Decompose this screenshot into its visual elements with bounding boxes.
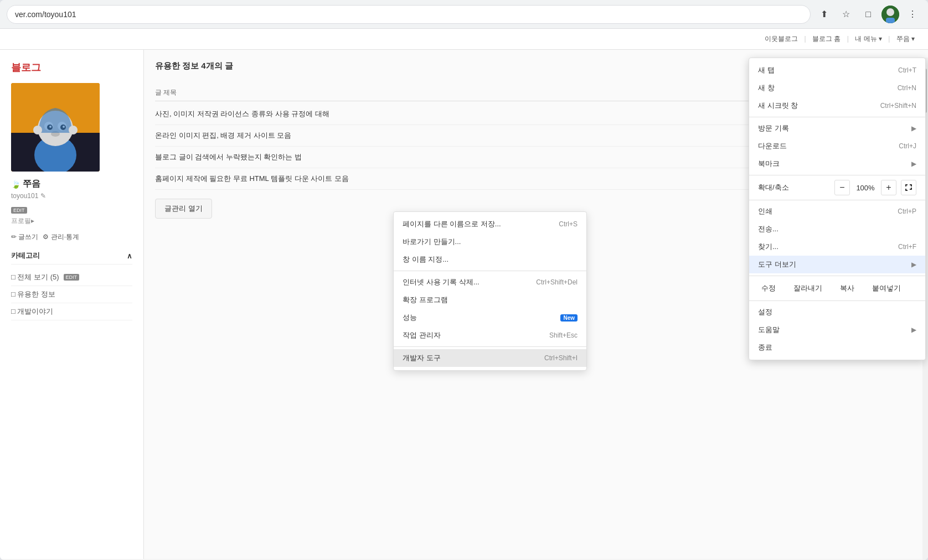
chrome-main-menu: 새 탭 Ctrl+T 새 창 Ctrl+N 새 시크릿 창 Ctrl+Shift… <box>749 58 926 360</box>
menu-devtools[interactable]: 개발자 도구 Ctrl+Shift+I <box>394 349 586 367</box>
incognito-shortcut: Ctrl+Shift+N <box>880 102 916 110</box>
svg-rect-2 <box>886 18 895 23</box>
clear-history-label: 인터넷 사용 기록 삭제... <box>403 277 480 287</box>
new-tab-label: 새 탭 <box>758 65 775 75</box>
user-id-container: toyou101 ✎ <box>11 192 132 200</box>
fullscreen-button[interactable] <box>901 180 916 195</box>
help-arrow: ▶ <box>911 326 916 334</box>
col-header-title: 글 제목 <box>155 88 817 97</box>
url-text: ver.com/toyou101 <box>15 10 76 19</box>
menu-divider-7 <box>749 300 925 301</box>
profile-avatar[interactable] <box>881 6 899 23</box>
menu-new-window[interactable]: 새 창 Ctrl+N <box>749 79 925 97</box>
menu-divider-2 <box>394 346 586 347</box>
user-display-name: 쭈음 <box>23 178 40 190</box>
menu-name-window[interactable]: 창 이름 지정... <box>394 251 586 268</box>
menu-create-shortcut[interactable]: 바로가기 만들기... <box>394 233 586 251</box>
category-header: 카테고리 ∧ <box>11 251 132 265</box>
edit-cut-button[interactable]: 수정 <box>754 281 783 296</box>
cast-label: 전송... <box>758 224 779 234</box>
new-badge: New <box>560 314 578 322</box>
profile-label[interactable]: 프로필▸ <box>11 216 132 226</box>
manage-open-button[interactable]: 글관리 열기 <box>155 199 212 219</box>
paste-button[interactable]: 붙여넣기 <box>864 281 909 296</box>
print-shortcut: Ctrl+P <box>898 208 916 215</box>
extensions-label: 확장 프로그램 <box>403 295 448 305</box>
row-title: 사진, 이미지 저작권 라이선스 종류와 사용 규정에 대해 <box>155 109 817 119</box>
tools-submenu: 페이지를 다른 이름으로 저장... Ctrl+S 바로가기 만들기... 창 … <box>393 211 587 371</box>
zoom-in-button[interactable]: + <box>881 180 896 195</box>
cut-button[interactable]: 잘라내기 <box>786 281 830 296</box>
share-icon[interactable]: ⬆ <box>815 6 833 23</box>
menu-more-tools[interactable]: 도구 더보기 ▶ <box>749 256 925 273</box>
edit-pencil-icon[interactable]: ✎ <box>40 192 46 200</box>
zoom-label: 확대/축소 <box>758 183 830 193</box>
category-arrow[interactable]: ∧ <box>127 252 132 260</box>
more-tools-arrow: ▶ <box>911 261 916 268</box>
menu-help[interactable]: 도움말 ▶ <box>749 321 925 339</box>
user-id-text: toyou101 <box>11 192 38 200</box>
zoom-value: 100% <box>854 184 877 192</box>
menu-performance[interactable]: 성능 New <box>394 309 586 326</box>
downloads-shortcut: Ctrl+J <box>899 142 916 150</box>
page-content: 이웃블로그 | 블로그 홈 | 내 메뉴 ▾ | 쭈음 ▾ 블로그 <box>0 29 928 560</box>
menu-divider-4 <box>749 175 925 175</box>
clear-history-shortcut: Ctrl+Shift+Del <box>536 278 578 286</box>
menu-divider-3 <box>749 117 925 117</box>
profile-illustration <box>11 83 100 172</box>
history-arrow: ▶ <box>911 125 916 132</box>
chrome-menu-button[interactable]: ⋮ <box>904 6 921 23</box>
profile-image <box>11 83 100 172</box>
extensions-icon[interactable]: □ <box>859 6 877 23</box>
nav-neighbor-blog[interactable]: 이웃블로그 <box>765 35 798 43</box>
task-manager-shortcut: Shift+Esc <box>549 331 578 339</box>
edit-badge: EDIT <box>11 207 27 214</box>
row-title: 블로그 글이 검색에서 누락됐는지 확인하는 법 <box>155 152 817 162</box>
create-shortcut-label: 바로가기 만들기... <box>403 237 461 247</box>
settings-label: 설정 <box>758 307 772 317</box>
nav-my-menu[interactable]: 내 메뉴 ▾ <box>855 35 882 43</box>
write-link[interactable]: ✏ 글쓰기 <box>11 232 38 242</box>
leaf-icon: 🍃 <box>11 180 20 189</box>
user-name-container: 🍃 쭈음 <box>11 178 132 190</box>
menu-bookmarks[interactable]: 북마크 ▶ <box>749 155 925 173</box>
menu-clear-history[interactable]: 인터넷 사용 기록 삭제... Ctrl+Shift+Del <box>394 273 586 291</box>
devtools-label: 개발자 도구 <box>403 353 441 363</box>
menu-downloads[interactable]: 다운로드 Ctrl+J <box>749 137 925 155</box>
address-bar[interactable]: ver.com/toyou101 <box>7 5 811 24</box>
save-page-shortcut: Ctrl+S <box>559 220 578 228</box>
category-dev[interactable]: □ 개발이야기 <box>11 303 132 320</box>
browser-icons: ⬆ ☆ □ ⋮ <box>815 6 921 23</box>
menu-exit[interactable]: 종료 <box>749 339 925 356</box>
category-title: 카테고리 <box>11 251 40 261</box>
category-all[interactable]: □ 전체 보기 (5) EDIT <box>11 269 132 286</box>
menu-task-manager[interactable]: 작업 관리자 Shift+Esc <box>394 326 586 344</box>
copy-button[interactable]: 복사 <box>832 281 862 296</box>
svg-point-15 <box>33 126 42 134</box>
manage-link[interactable]: ⚙ 관리·통계 <box>43 232 79 242</box>
bookmark-icon[interactable]: ☆ <box>837 6 855 23</box>
menu-settings[interactable]: 설정 <box>749 303 925 321</box>
menu-find[interactable]: 찾기... Ctrl+F <box>749 238 925 256</box>
row-title: 홈페이지 제작에 필요한 무료 HTML 템플릿 다운 사이트 모음 <box>155 174 817 184</box>
menu-print[interactable]: 인쇄 Ctrl+P <box>749 203 925 220</box>
menu-save-page[interactable]: 페이지를 다른 이름으로 저장... Ctrl+S <box>394 215 586 233</box>
menu-new-tab[interactable]: 새 탭 Ctrl+T <box>749 61 925 79</box>
menu-history[interactable]: 방문 기록 ▶ <box>749 120 925 137</box>
nav-username[interactable]: 쭈음 ▾ <box>896 35 915 43</box>
find-shortcut: Ctrl+F <box>898 243 916 251</box>
exit-label: 종료 <box>758 343 772 352</box>
category-section: 카테고리 ∧ □ 전체 보기 (5) EDIT □ 유용한 정보 □ 개발이야기 <box>11 251 132 320</box>
nav-blog-home[interactable]: 블로그 홈 <box>812 35 841 43</box>
browser-toolbar: ver.com/toyou101 ⬆ ☆ □ ⋮ <box>0 0 928 29</box>
category-useful[interactable]: □ 유용한 정보 <box>11 286 132 303</box>
menu-cast[interactable]: 전송... <box>749 220 925 238</box>
menu-divider-1 <box>394 271 586 271</box>
row-title: 온라인 이미지 편집, 배경 제거 사이트 모음 <box>155 131 817 141</box>
history-label: 방문 기록 <box>758 123 789 133</box>
section-title: 유용한 정보 4개의 글 <box>155 61 233 71</box>
zoom-out-button[interactable]: − <box>834 180 850 195</box>
find-label: 찾기... <box>758 242 779 252</box>
menu-incognito[interactable]: 새 시크릿 창 Ctrl+Shift+N <box>749 97 925 115</box>
menu-extensions[interactable]: 확장 프로그램 <box>394 291 586 309</box>
